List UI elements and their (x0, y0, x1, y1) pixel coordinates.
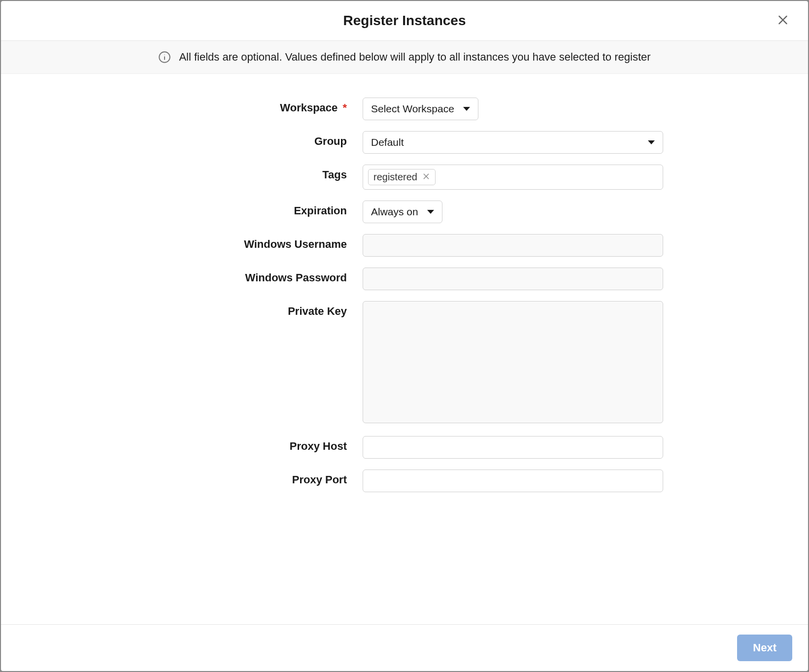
group-label: Group (146, 131, 363, 148)
proxy-port-label: Proxy Port (146, 470, 363, 486)
tag-label: registered (373, 171, 417, 183)
windows-username-input[interactable] (363, 234, 663, 257)
info-text: All fields are optional. Values defined … (179, 51, 650, 64)
dialog-header: Register Instances (1, 1, 808, 41)
workspace-row: Workspace * Select Workspace (146, 98, 663, 120)
proxy-host-row: Proxy Host (146, 436, 663, 459)
group-select[interactable]: Default (363, 131, 663, 154)
workspace-select-value: Select Workspace (371, 103, 454, 115)
private-key-input[interactable] (363, 301, 663, 423)
register-instances-dialog: Register Instances All fields are option… (1, 1, 808, 671)
svg-point-4 (165, 54, 165, 55)
proxy-port-input[interactable] (363, 470, 663, 492)
expiration-row: Expiration Always on (146, 201, 663, 223)
next-button[interactable]: Next (737, 635, 792, 661)
windows-username-label: Windows Username (146, 234, 363, 251)
tags-input[interactable]: registered (363, 165, 663, 190)
group-select-value: Default (371, 136, 404, 148)
caret-down-icon (427, 210, 434, 214)
caret-down-icon (648, 140, 655, 144)
x-icon (422, 172, 430, 182)
windows-password-label: Windows Password (146, 268, 363, 284)
close-icon (776, 14, 789, 28)
group-row: Group Default (146, 131, 663, 154)
proxy-host-label: Proxy Host (146, 436, 363, 453)
expiration-select[interactable]: Always on (363, 201, 442, 223)
workspace-label-text: Workspace (280, 101, 337, 114)
windows-username-row: Windows Username (146, 234, 663, 257)
workspace-label: Workspace * (146, 98, 363, 114)
form-body: Workspace * Select Workspace Group Defau… (1, 74, 808, 624)
private-key-label: Private Key (146, 301, 363, 318)
tag-registered: registered (368, 169, 436, 185)
expiration-select-value: Always on (371, 206, 418, 218)
tag-remove-button[interactable] (422, 172, 430, 182)
required-star: * (342, 101, 347, 114)
dialog-title: Register Instances (343, 13, 466, 29)
proxy-port-row: Proxy Port (146, 470, 663, 492)
windows-password-input[interactable] (363, 268, 663, 290)
proxy-host-input[interactable] (363, 436, 663, 459)
info-icon (158, 51, 171, 64)
dialog-footer: Next (1, 624, 808, 671)
workspace-select[interactable]: Select Workspace (363, 98, 478, 120)
close-button[interactable] (774, 11, 792, 31)
caret-down-icon (463, 107, 470, 111)
info-banner: All fields are optional. Values defined … (1, 41, 808, 74)
expiration-label: Expiration (146, 201, 363, 217)
tags-label: Tags (146, 165, 363, 181)
private-key-row: Private Key (146, 301, 663, 425)
windows-password-row: Windows Password (146, 268, 663, 290)
tags-row: Tags registered (146, 165, 663, 190)
